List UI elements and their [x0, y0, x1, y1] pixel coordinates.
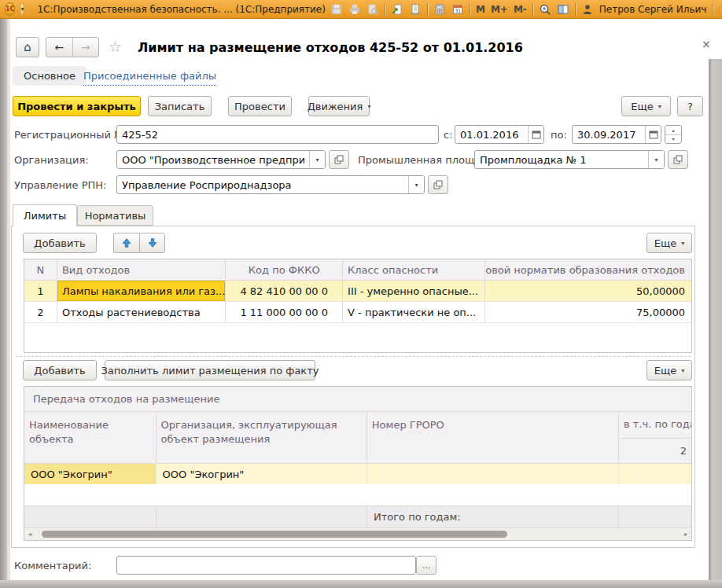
calendar-icon[interactable]: 31 — [451, 3, 464, 16]
close-form-button[interactable]: × — [702, 38, 711, 50]
col-per-year-label: в т.ч. по года — [619, 412, 691, 438]
date-to-input[interactable] — [573, 126, 645, 143]
post-button[interactable]: Провести — [228, 96, 292, 116]
cell-annual-norm[interactable]: 75,00000 — [485, 302, 691, 322]
more-button-top[interactable]: Еще ▾ — [621, 96, 671, 116]
table-row[interactable]: 1 Лампы накаливания или газ... 4 82 410 … — [24, 281, 691, 302]
col-fkko-code[interactable]: Код по ФККО — [226, 259, 343, 280]
chevron-down-icon[interactable]: ▾ — [408, 176, 424, 193]
cell-hazard-class[interactable]: V - практически не оп... — [343, 302, 485, 322]
scroll-left-icon[interactable]: ◂ — [24, 531, 35, 538]
table-row[interactable]: 2 Отходы растениеводства 1 11 000 00 00 … — [24, 302, 691, 323]
favorite-star-icon[interactable]: ☆ — [109, 38, 122, 55]
site-input[interactable] — [475, 151, 648, 168]
svg-text:31: 31 — [455, 8, 461, 13]
calculator-icon[interactable] — [433, 3, 446, 16]
date-from-input[interactable] — [455, 126, 528, 143]
date-from-field[interactable] — [455, 125, 544, 144]
chevron-down-icon[interactable]: ▾ — [309, 151, 325, 168]
main-menu-button[interactable]: ▾ — [20, 2, 24, 16]
cell-groro-number[interactable] — [367, 464, 619, 484]
calendar-picker-icon[interactable] — [528, 126, 543, 143]
cell-waste-type[interactable]: Отходы растениеводства — [57, 302, 226, 322]
reg-no-input[interactable] — [117, 126, 438, 143]
save-icon[interactable] — [330, 3, 343, 16]
comment-more-button[interactable]: ... — [416, 556, 437, 575]
cell-n[interactable]: 2 — [24, 302, 57, 322]
rpn-combo[interactable]: ▾ — [116, 175, 425, 194]
memory-m-button[interactable]: M — [476, 4, 485, 15]
reg-no-field[interactable] — [116, 125, 439, 144]
write-button[interactable]: Записать — [148, 96, 212, 116]
help-button[interactable]: ? — [677, 96, 703, 116]
organization-combo[interactable]: ▾ — [116, 150, 326, 169]
cell-fkko-code[interactable]: 4 82 410 00 00 0 — [226, 281, 343, 301]
memory-m-plus-button[interactable]: M+ — [491, 4, 508, 15]
attached-files-link[interactable]: Присоединенные файлы — [83, 66, 216, 86]
calendar-picker-icon[interactable] — [645, 126, 661, 143]
scroll-right-icon[interactable]: ▸ — [680, 531, 691, 538]
col-hazard-class[interactable]: Класс опасности — [343, 259, 485, 280]
col-groro-number[interactable]: Номер ГРОРО — [367, 412, 619, 463]
cell-operator-org[interactable]: ООО "Экогрин" — [157, 464, 367, 484]
tab-main[interactable]: Основное — [13, 66, 87, 86]
reg-no-label: Регистрационный №: — [14, 125, 128, 144]
date-to-field[interactable] — [572, 125, 661, 144]
col-waste-type[interactable]: Вид отходов — [57, 259, 226, 280]
table-empty-area — [24, 484, 691, 505]
cell-hazard-class[interactable]: III - умеренно опасные... — [343, 281, 485, 301]
tab-norms[interactable]: Нормативы — [77, 205, 153, 226]
rpn-input[interactable] — [117, 176, 408, 193]
zoom-icon[interactable] — [539, 3, 551, 16]
open-link-icon[interactable] — [409, 3, 422, 16]
post-and-close-button[interactable]: Провести и закрыть — [13, 96, 141, 116]
chevron-down-icon: ▾ — [681, 240, 684, 247]
forward-button[interactable]: → — [73, 38, 99, 57]
spin-down-icon[interactable]: ▾ — [665, 135, 681, 144]
col-per-year[interactable]: в т.ч. по года 2 — [619, 412, 691, 463]
move-down-button[interactable] — [139, 233, 165, 253]
fill-by-fact-button[interactable]: Заполнить лимит размещения по факту — [105, 360, 315, 380]
chevron-down-icon[interactable]: ▾ — [648, 151, 664, 168]
movements-button[interactable]: Движения ▾ — [308, 96, 370, 116]
comment-field[interactable] — [116, 556, 416, 575]
cell-n[interactable]: 1 — [24, 281, 57, 301]
horizontal-scrollbar[interactable]: ◂ ▸ — [24, 527, 691, 540]
col-object-name[interactable]: Наименование объекта — [24, 412, 157, 463]
memory-m-minus-button[interactable]: M- — [514, 4, 527, 15]
split-window-icon[interactable] — [557, 3, 569, 16]
limits-add-button[interactable]: Добавить — [23, 233, 97, 253]
comment-input[interactable] — [117, 557, 415, 574]
table-row[interactable]: ООО "Экогрин" ООО "Экогрин" — [24, 464, 691, 484]
placement-add-button[interactable]: Добавить — [23, 360, 97, 380]
print-icon[interactable] — [348, 3, 361, 16]
limits-more-button[interactable]: Еще ▾ — [646, 233, 692, 253]
preview-icon[interactable] — [367, 3, 379, 16]
rpn-open-button[interactable] — [428, 175, 448, 194]
scrollbar-thumb[interactable] — [42, 531, 507, 538]
cell-annual-norm[interactable]: 50,00000 — [485, 281, 691, 301]
add-link-icon[interactable] — [391, 3, 403, 16]
cell-per-year[interactable] — [619, 464, 691, 484]
site-open-button[interactable] — [668, 150, 688, 169]
col-n[interactable]: N — [24, 259, 57, 280]
cell-waste-type-selected[interactable]: Лампы накаливания или газ... — [57, 281, 226, 301]
col-annual-norm[interactable]: Годовой норматив образования отходов — [485, 259, 691, 280]
move-up-button[interactable] — [113, 233, 139, 253]
organization-open-button[interactable] — [329, 150, 349, 169]
home-button[interactable]: ⌂ — [16, 37, 39, 57]
tab-limits[interactable]: Лимиты — [13, 204, 77, 226]
organization-input[interactable] — [117, 151, 309, 168]
cell-fkko-code[interactable]: 1 11 000 00 00 0 — [226, 302, 343, 322]
limits-table-header: N Вид отходов Код по ФККО Класс опасност… — [24, 259, 691, 281]
site-combo[interactable]: ▾ — [474, 150, 665, 169]
scrollbar-track[interactable] — [35, 528, 680, 540]
back-button[interactable]: ← — [46, 38, 73, 57]
organization-label: Организация: — [14, 150, 89, 169]
cell-object-name-selected[interactable]: ООО "Экогрин" — [24, 464, 157, 484]
spin-up-icon[interactable]: ▴ — [665, 126, 681, 135]
info-icon[interactable]: i — [718, 3, 722, 16]
col-operator-org[interactable]: Организация, эксплуатирующая объект разм… — [157, 412, 367, 463]
date-spinner[interactable]: ▴ ▾ — [665, 125, 682, 144]
placement-more-button[interactable]: Еще ▾ — [646, 360, 692, 380]
